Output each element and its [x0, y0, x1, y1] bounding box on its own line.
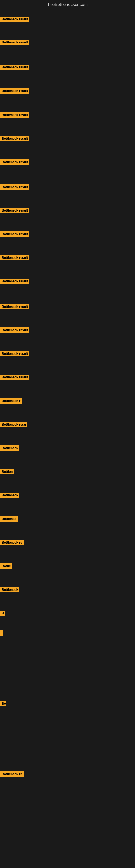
bottleneck-result-item[interactable]: Bottleneck result: [0, 375, 30, 381]
bottleneck-result-item[interactable]: Bottleneck result: [0, 112, 30, 119]
bottleneck-badge: Bottleneck result: [0, 304, 30, 310]
bottleneck-result-item[interactable]: |: [0, 630, 3, 637]
bottleneck-badge: Bottleneck result: [0, 184, 30, 190]
bottleneck-badge: Bottleneck: [0, 493, 19, 498]
bottleneck-result-item[interactable]: Bottlen: [0, 469, 14, 475]
bottleneck-result-item[interactable]: Bottlenec: [0, 516, 18, 523]
bottleneck-result-item[interactable]: Bottleneck: [0, 445, 19, 452]
site-title: TheBottlenecker.com: [0, 0, 135, 9]
bottleneck-result-item[interactable]: Bottleneck result: [0, 208, 30, 214]
bottleneck-badge: Bottlenec: [0, 516, 18, 522]
bottleneck-result-item[interactable]: Bottleneck re: [0, 540, 24, 546]
bottleneck-result-item[interactable]: Bottleneck result: [0, 328, 30, 334]
bottleneck-badge: Bottleneck re: [0, 771, 24, 777]
bottleneck-badge: Bottleneck r: [0, 398, 22, 404]
bottleneck-badge: Bottleneck result: [0, 279, 30, 284]
bottleneck-badge: Bottleneck result: [0, 328, 30, 333]
bottleneck-result-item[interactable]: Bottleneck result: [0, 88, 30, 95]
bottleneck-result-item[interactable]: Bottleneck result: [0, 255, 30, 261]
bottleneck-result-item[interactable]: Bo: [0, 701, 6, 707]
bottleneck-result-item[interactable]: Bottleneck r: [0, 398, 22, 405]
bottleneck-result-item[interactable]: Bottleneck result: [0, 279, 30, 285]
bottleneck-result-item[interactable]: Bottleneck re: [0, 771, 24, 778]
bottleneck-badge: Bottleneck result: [0, 112, 30, 118]
bottleneck-badge: Bottle: [0, 563, 12, 569]
bottleneck-badge: Bottleneck result: [0, 40, 30, 45]
bottleneck-badge: |: [0, 630, 3, 636]
bottleneck-badge: Bottleneck result: [0, 375, 30, 380]
bottleneck-result-item[interactable]: Bottleneck resu: [0, 422, 27, 428]
bottleneck-result-item[interactable]: B: [0, 611, 5, 617]
bottleneck-badge: B: [0, 611, 5, 616]
bottleneck-result-item[interactable]: Bottleneck result: [0, 231, 30, 238]
bottleneck-badge: Bottleneck: [0, 587, 19, 592]
bottleneck-badge: Bottleneck result: [0, 88, 30, 94]
bottleneck-result-item[interactable]: Bottleneck result: [0, 17, 30, 23]
bottleneck-badge: Bo: [0, 701, 6, 706]
bottleneck-badge: Bottleneck result: [0, 208, 30, 213]
bottleneck-badge: Bottleneck result: [0, 136, 30, 141]
bottleneck-badge: Bottleneck result: [0, 159, 30, 165]
bottleneck-badge: Bottlen: [0, 469, 14, 474]
bottleneck-result-item[interactable]: Bottleneck result: [0, 159, 30, 166]
bottleneck-badge: Bottleneck result: [0, 351, 30, 356]
bottleneck-result-item[interactable]: Bottleneck result: [0, 40, 30, 46]
bottleneck-badge: Bottleneck re: [0, 540, 24, 545]
bottleneck-badge: Bottleneck result: [0, 255, 30, 260]
bottleneck-badge: Bottleneck result: [0, 65, 30, 70]
bottleneck-badge: Bottleneck resu: [0, 422, 27, 427]
bottleneck-result-item[interactable]: Bottleneck result: [0, 65, 30, 71]
bottleneck-result-item[interactable]: Bottleneck result: [0, 304, 30, 311]
bottleneck-result-item[interactable]: Bottle: [0, 563, 12, 570]
bottleneck-badge: Bottleneck: [0, 445, 19, 451]
bottleneck-result-item[interactable]: Bottleneck: [0, 493, 19, 499]
bottleneck-result-item[interactable]: Bottleneck: [0, 587, 19, 593]
bottleneck-badge: Bottleneck result: [0, 231, 30, 237]
bottleneck-result-item[interactable]: Bottleneck result: [0, 136, 30, 143]
bottleneck-result-item[interactable]: Bottleneck result: [0, 184, 30, 191]
bottleneck-result-item[interactable]: Bottleneck result: [0, 351, 30, 358]
bottleneck-badge: Bottleneck result: [0, 17, 30, 22]
